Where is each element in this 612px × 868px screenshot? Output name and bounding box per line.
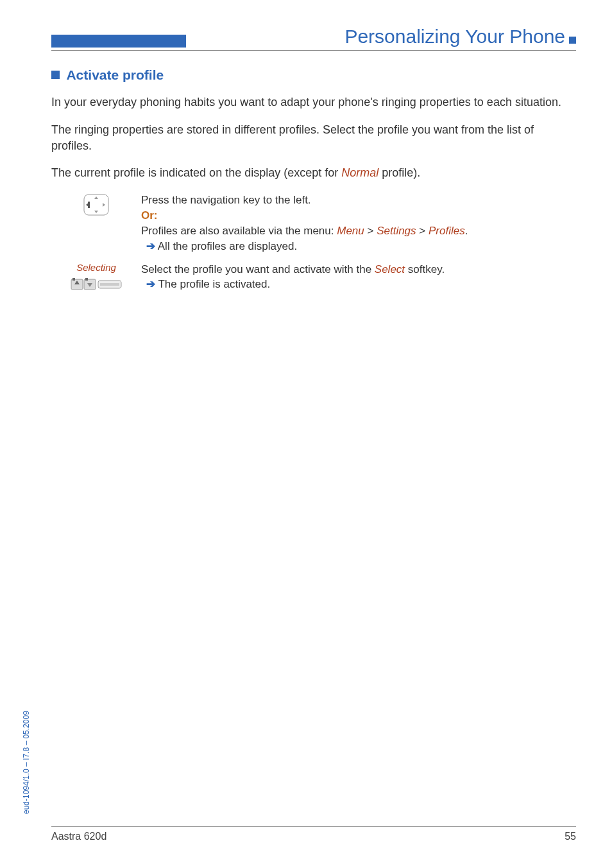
step2-line2: The profile is activated. (155, 278, 270, 290)
p3-part-a: The current profile is indicated on the … (51, 166, 341, 179)
paragraph-intro-3: The current profile is indicated on the … (51, 165, 576, 181)
section-title: Activate profile (66, 67, 164, 82)
section-heading: Activate profile (51, 67, 576, 83)
header-accent-bar (51, 35, 186, 48)
svg-marker-2 (94, 211, 98, 213)
side-doc-id: eud-1094/1.0 – I7.8 – 05.2009 (22, 711, 31, 814)
step2-line1: Select the profile you want and activate… (141, 262, 576, 277)
step2-line1b: softkey. (405, 263, 445, 275)
sep1: > (364, 225, 377, 237)
step-row-navkey: Press the navigation key to the left. Or… (51, 193, 576, 254)
step1-line2: Profiles are also available via the menu… (141, 223, 576, 239)
p3-normal-ref: Normal (341, 166, 378, 179)
step-row-select: Selecting Select the profile you want an… (51, 262, 576, 293)
svg-rect-13 (100, 283, 119, 286)
step1-line2a: Profiles are also available via the menu… (141, 225, 337, 237)
svg-marker-1 (94, 196, 98, 199)
step-icon-cell-2: Selecting (51, 262, 141, 293)
step1-line3: All the profiles are displayed. (155, 240, 297, 252)
svg-rect-10 (85, 278, 88, 281)
step-text-cell-2: Select the profile you want and activate… (141, 262, 576, 293)
step1-result: ➔ All the profiles are displayed. (141, 239, 576, 254)
sep2: > (416, 225, 429, 237)
page-footer: Aastra 620d 55 (51, 826, 576, 842)
section-bullet-icon (51, 71, 60, 79)
footer-model: Aastra 620d (51, 831, 106, 842)
svg-rect-8 (72, 278, 75, 281)
arrow-icon: ➔ (146, 240, 155, 252)
step-text-cell: Press the navigation key to the left. Or… (141, 193, 576, 254)
step2-line1a: Select the profile you want and activate… (141, 263, 375, 275)
page-header: Personalizing Your Phone (51, 26, 576, 51)
footer-page-number: 55 (565, 831, 576, 842)
select-ref: Select (375, 263, 405, 275)
header-title: Personalizing Your Phone (195, 26, 565, 48)
step1-or: Or: (141, 208, 576, 223)
p3-part-b: profile). (378, 166, 420, 179)
menu-ref: Menu (337, 225, 364, 237)
navigation-key-icon (81, 193, 111, 217)
step1-dot: . (465, 225, 468, 237)
paragraph-intro-2: The ringing properties are stored in dif… (51, 122, 576, 154)
step-icon-cell (51, 193, 141, 254)
step2-result: ➔ The profile is activated. (141, 277, 576, 292)
profiles-ref: Profiles (429, 225, 465, 237)
step1-line1: Press the navigation key to the left. (141, 193, 576, 208)
svg-marker-3 (103, 203, 105, 207)
settings-ref: Settings (377, 225, 416, 237)
selecting-label: Selecting (51, 262, 141, 273)
svg-marker-5 (86, 203, 89, 207)
arrow-icon-2: ➔ (146, 278, 155, 290)
header-square-icon (569, 37, 576, 44)
softkey-select-icon (70, 275, 123, 291)
paragraph-intro-1: In your everyday phoning habits you want… (51, 94, 576, 110)
